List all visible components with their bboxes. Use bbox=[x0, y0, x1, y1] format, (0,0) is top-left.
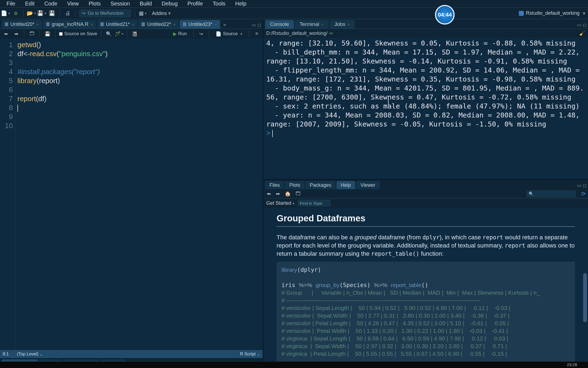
recent-files-button[interactable]: 💾 bbox=[38, 10, 45, 17]
source-toolbar: ⬅ ➡ 🗔 💾 Source on Save 🔍 🪄 📓 ▶Run ↪ 📄Sou… bbox=[0, 29, 263, 39]
close-icon[interactable]: × bbox=[91, 22, 93, 27]
source-button[interactable]: 📄Source▾ bbox=[213, 31, 245, 37]
back-button[interactable]: ⬅ bbox=[2, 30, 10, 38]
code-area[interactable]: getwd() df<-read.csv("penguins.csv") #in… bbox=[16, 39, 263, 350]
forward-button[interactable]: ➡ bbox=[13, 30, 20, 38]
menu-code[interactable]: Code bbox=[39, 0, 62, 8]
cursor-position: 8:1 bbox=[3, 352, 9, 357]
menu-build[interactable]: Build bbox=[135, 0, 157, 8]
get-started-menu[interactable]: Get Started ▾ bbox=[266, 200, 295, 206]
main-toolbar: 📄 ⊕ 📂 💾 💾 🖨 ↪ Go to file/function ▦ Addi… bbox=[0, 8, 588, 19]
file-icon bbox=[183, 22, 186, 26]
file-icon bbox=[100, 22, 104, 26]
minimize-pane-button[interactable]: ▭ bbox=[252, 22, 256, 28]
source-tab[interactable]: Untitled20*× bbox=[2, 20, 42, 29]
outline-button[interactable]: ≡ bbox=[253, 30, 261, 38]
save-all-button[interactable]: 💾 bbox=[48, 10, 56, 17]
source-tab[interactable]: grape_lncRNA.R× bbox=[43, 20, 96, 29]
scope-indicator[interactable]: (Top Level) ⌄ bbox=[17, 352, 42, 357]
close-icon[interactable]: × bbox=[347, 22, 350, 27]
help-tab-help[interactable]: Help bbox=[336, 181, 355, 189]
show-in-new-window-button[interactable]: 🗔 bbox=[28, 30, 36, 38]
project-icon bbox=[519, 11, 524, 16]
run-button[interactable]: ▶Run bbox=[170, 31, 189, 37]
help-tab-viewer[interactable]: Viewer bbox=[356, 181, 380, 189]
code-tools-button[interactable]: 🪄 bbox=[115, 30, 123, 38]
help-paragraph: The dataframe can also be a grouped data… bbox=[277, 233, 575, 258]
source-tab[interactable]: Untitled22*× bbox=[138, 20, 179, 29]
menu-file[interactable]: File bbox=[2, 0, 20, 8]
new-project-button[interactable]: ⊕ bbox=[12, 10, 20, 17]
menu-bar: FileEditCodeViewPlotsSessionBuildDebugPr… bbox=[0, 0, 588, 8]
help-tab-files[interactable]: Files bbox=[265, 181, 284, 189]
console-tab-terminal[interactable]: Terminal × bbox=[295, 20, 329, 29]
grid-button[interactable]: ▦ bbox=[139, 10, 146, 17]
help-tab-packages[interactable]: Packages bbox=[305, 181, 336, 189]
print-button[interactable]: 🖨 bbox=[64, 10, 71, 17]
console-output[interactable]: 4, range: [32.10, 59.60], Skewness = 0.0… bbox=[264, 38, 588, 179]
goto-icon: ↪ bbox=[82, 10, 85, 16]
clear-console-button[interactable]: 🧹 bbox=[579, 30, 585, 36]
save-button[interactable]: 💾 bbox=[44, 30, 51, 38]
close-icon[interactable]: × bbox=[321, 22, 324, 27]
menu-debug[interactable]: Debug bbox=[157, 0, 183, 8]
menu-profile[interactable]: Profile bbox=[183, 0, 208, 8]
help-popup-button[interactable]: 🗔 bbox=[295, 190, 302, 197]
project-name: Rstudio_default_working bbox=[526, 10, 580, 16]
console-tab-console[interactable]: Console bbox=[265, 20, 294, 29]
project-menu[interactable]: Rstudio_default_working bbox=[519, 10, 585, 16]
find-button[interactable]: 🔍 bbox=[105, 30, 113, 38]
search-icon: 🔍 bbox=[529, 191, 534, 196]
help-sub-toolbar: Get Started ▾ Find in Topic bbox=[264, 198, 588, 208]
addins-menu[interactable]: Addins bbox=[149, 9, 173, 17]
path-arrow-icon[interactable]: ⇨ bbox=[329, 30, 333, 36]
timer-badge: 04:44 bbox=[435, 5, 455, 25]
help-home-button[interactable]: 🏠 bbox=[284, 190, 292, 197]
close-icon[interactable]: × bbox=[36, 22, 39, 27]
source-on-save-input[interactable] bbox=[59, 32, 63, 36]
tab-overflow-button[interactable]: » bbox=[222, 21, 227, 29]
menu-tools[interactable]: Tools bbox=[208, 0, 230, 8]
menu-view[interactable]: View bbox=[62, 0, 84, 8]
system-clock: 23:28 bbox=[567, 362, 577, 367]
language-mode[interactable]: R Script bbox=[240, 352, 260, 357]
rerun-button[interactable]: ↪ bbox=[197, 30, 205, 38]
close-icon[interactable]: × bbox=[132, 22, 134, 27]
separator bbox=[39, 30, 40, 37]
menu-session[interactable]: Session bbox=[106, 0, 135, 8]
goto-file-input[interactable]: ↪ Go to file/function bbox=[79, 10, 131, 17]
menu-plots[interactable]: Plots bbox=[84, 0, 106, 8]
find-in-topic-input[interactable]: Find in Topic bbox=[298, 200, 330, 206]
close-icon[interactable]: × bbox=[215, 22, 217, 27]
menu-help[interactable]: Help bbox=[230, 0, 251, 8]
new-file-button[interactable]: 📄 bbox=[2, 10, 9, 17]
maximize-pane-button[interactable]: ◻ bbox=[583, 22, 586, 28]
source-on-save-checkbox[interactable]: Source on Save bbox=[59, 31, 97, 37]
console-tab-jobs[interactable]: Jobs × bbox=[329, 20, 355, 29]
help-scrollbar[interactable] bbox=[583, 273, 587, 322]
open-file-button[interactable]: 📂 bbox=[27, 10, 35, 17]
separator bbox=[209, 30, 209, 37]
close-icon[interactable]: × bbox=[173, 22, 176, 27]
minimize-pane-button[interactable]: ▭ bbox=[577, 22, 581, 28]
help-search-input[interactable]: 🔍 bbox=[527, 191, 576, 197]
source-tab[interactable]: Untitled21*× bbox=[97, 20, 138, 29]
separator bbox=[127, 30, 127, 37]
help-content[interactable]: Grouped Dataframes The dataframe can als… bbox=[264, 208, 588, 367]
compile-report-button[interactable]: 📓 bbox=[131, 30, 139, 38]
minimize-pane-button[interactable]: ▭ bbox=[577, 183, 581, 188]
help-forward-button[interactable]: ➡ bbox=[275, 190, 281, 197]
code-editor[interactable]: 12345678910 getwd() df<-read.csv("pengui… bbox=[0, 39, 263, 350]
separator bbox=[101, 30, 101, 37]
help-refresh-button[interactable]: ⟳ bbox=[581, 191, 586, 197]
separator bbox=[135, 10, 135, 17]
menu-edit[interactable]: Edit bbox=[20, 0, 39, 8]
maximize-pane-button[interactable]: ◻ bbox=[583, 183, 586, 188]
console-tab-bar: ConsoleTerminal ×Jobs ×▭◻ bbox=[264, 19, 588, 29]
help-tab-plots[interactable]: Plots bbox=[285, 181, 305, 189]
file-icon bbox=[5, 22, 8, 26]
editor-status-bar: 8:1 (Top Level) ⌄ R Script bbox=[0, 350, 263, 358]
maximize-pane-button[interactable]: ◻ bbox=[258, 22, 261, 28]
help-back-button[interactable]: ⬅ bbox=[266, 190, 272, 197]
source-tab[interactable]: Untitled23*× bbox=[180, 20, 220, 29]
